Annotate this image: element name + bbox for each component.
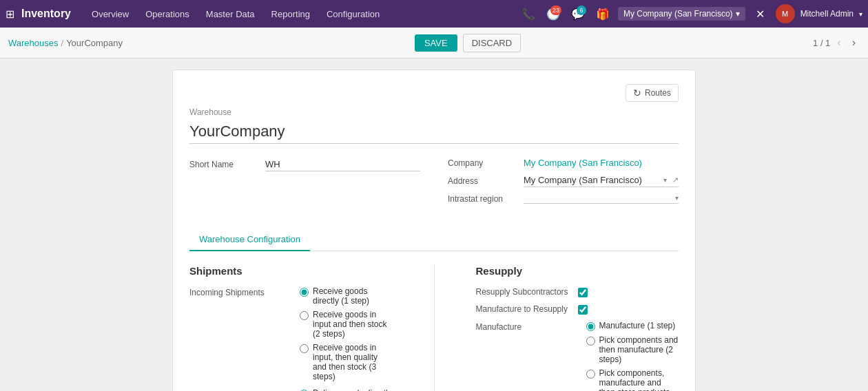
incoming-option-label-2: Receive goods in input, then quality and… <box>313 343 393 381</box>
routes-label: Routes <box>645 88 671 98</box>
address-dropdown-icon[interactable]: ▾ <box>663 176 667 184</box>
short-name-value <box>265 158 420 171</box>
company-selector[interactable]: My Company (San Francisco) ▾ <box>618 7 745 21</box>
company-name: My Company (San Francisco) <box>623 9 733 19</box>
manufacture-options: Manufacture (1 step) Pick components and… <box>586 321 679 391</box>
incoming-option-label-1: Receive goods in input and then stock (2… <box>313 310 393 339</box>
config-section: Shipments Incoming Shipments Receive goo… <box>189 265 679 391</box>
breadcrumb: Warehouses / YourCompany <box>8 38 123 48</box>
manufacture-option-1[interactable]: Pick components and then manufacture (2 … <box>586 335 679 364</box>
manufacture-resupply-checkbox[interactable] <box>578 305 588 315</box>
company-label: Company <box>448 158 524 168</box>
intrastat-dropdown-icon[interactable]: ▾ <box>675 194 679 202</box>
activity-badge: 23 <box>550 6 561 15</box>
form-left-col: Short Name <box>189 158 420 212</box>
nav-reporting[interactable]: Reporting <box>265 6 317 22</box>
breadcrumb-current: YourCompany <box>66 38 123 48</box>
incoming-option-1[interactable]: Receive goods in input and then stock (2… <box>300 310 393 339</box>
resupply-subcontractors-checkbox[interactable] <box>578 288 588 297</box>
close-icon[interactable]: ✕ <box>751 4 770 23</box>
incoming-radio-1[interactable] <box>300 311 309 320</box>
incoming-option-2[interactable]: Receive goods in input, then quality and… <box>300 343 393 381</box>
pagination-prev[interactable]: ‹ <box>833 35 845 50</box>
actionbar: Warehouses / YourCompany SAVE DISCARD 1 … <box>0 28 868 59</box>
intrastat-select-container: ▾ <box>524 194 679 204</box>
form-card-header: ↻ Routes <box>189 84 679 102</box>
action-left: Warehouses / YourCompany <box>8 38 123 48</box>
incoming-option-0[interactable]: Receive goods directly (1 step) <box>300 286 393 306</box>
tab-warehouse-config[interactable]: Warehouse Configuration <box>189 229 310 251</box>
warehouse-label: Warehouse <box>189 107 679 117</box>
grid-icon[interactable]: ⊞ <box>6 8 14 21</box>
routes-button[interactable]: ↻ Routes <box>626 84 679 102</box>
activity-icon[interactable]: 🕐 23 <box>544 4 563 23</box>
gift-icon[interactable]: 🎁 <box>593 4 612 23</box>
action-buttons: SAVE DISCARD <box>415 34 521 52</box>
breadcrumb-parent[interactable]: Warehouses <box>8 38 59 48</box>
routes-icon: ↻ <box>633 87 641 98</box>
manufacture-label: Manufacture <box>476 321 572 391</box>
shipments-col: Shipments Incoming Shipments Receive goo… <box>189 265 393 391</box>
manufacture-radio-2[interactable] <box>586 370 595 379</box>
outgoing-option-label-0: Deliver goods directly (1 step) <box>313 388 393 391</box>
shipments-title: Shipments <box>189 265 393 277</box>
company-value[interactable]: My Company (San Francisco) <box>524 158 642 168</box>
manufacture-resupply-label: Manufacture to Resupply <box>476 304 572 315</box>
incoming-row: Incoming Shipments Receive goods directl… <box>189 286 393 381</box>
outgoing-options: Deliver goods directly (1 step) Send goo… <box>300 388 393 391</box>
chat-badge: 6 <box>577 6 586 15</box>
nav-overview[interactable]: Overview <box>85 6 136 22</box>
section-divider <box>434 265 435 391</box>
incoming-option-label-0: Receive goods directly (1 step) <box>313 286 393 306</box>
topbar-right: 📞 🕐 23 💬 6 🎁 My Company (San Francisco) … <box>519 4 862 23</box>
address-value-container: My Company (San Francisco) ▾ ↗ <box>524 175 679 187</box>
user-name[interactable]: Mitchell Admin <box>800 9 854 19</box>
main-nav: Overview Operations Master Data Reportin… <box>85 6 519 22</box>
nav-master-data[interactable]: Master Data <box>199 6 262 22</box>
chat-icon[interactable]: 💬 6 <box>568 4 588 23</box>
address-field: Address My Company (San Francisco) ▾ ↗ <box>448 175 679 187</box>
outgoing-row: Outgoing Shipments Deliver goods directl… <box>189 388 393 391</box>
topbar: ⊞ Inventory Overview Operations Master D… <box>0 0 868 28</box>
incoming-options: Receive goods directly (1 step) Receive … <box>300 286 393 381</box>
incoming-radio-0[interactable] <box>300 288 309 297</box>
phone-icon[interactable]: 📞 <box>519 4 538 23</box>
form-card: ↻ Routes Warehouse Short Name <box>172 70 696 391</box>
incoming-radio-2[interactable] <box>300 344 309 353</box>
resupply-subcontractors-label: Resupply Subcontractors <box>476 286 572 298</box>
manufacture-radio-0[interactable] <box>586 322 595 331</box>
address-label: Address <box>448 176 524 186</box>
manufacture-option-2[interactable]: Pick components, manufacture and then st… <box>586 368 679 391</box>
brand-title: Inventory <box>21 8 71 20</box>
user-menu-chevron[interactable]: ▾ <box>859 10 862 18</box>
address-value[interactable]: My Company (San Francisco) <box>524 175 663 185</box>
short-name-input[interactable] <box>265 158 420 171</box>
warehouse-name-section: Warehouse <box>189 107 679 144</box>
resupply-subcontractors-row: Resupply Subcontractors <box>476 286 679 298</box>
user-avatar[interactable]: M <box>776 4 795 23</box>
incoming-label: Incoming Shipments <box>189 286 286 381</box>
manufacture-option-label-2: Pick components, manufacture and then st… <box>599 368 679 391</box>
manufacture-option-0[interactable]: Manufacture (1 step) <box>586 321 679 331</box>
discard-button[interactable]: DISCARD <box>463 34 521 52</box>
address-external-link-icon[interactable]: ↗ <box>672 176 679 184</box>
nav-configuration[interactable]: Configuration <box>320 6 386 22</box>
outgoing-option-0[interactable]: Deliver goods directly (1 step) <box>300 388 393 391</box>
short-name-label: Short Name <box>189 160 265 169</box>
company-field: Company My Company (San Francisco) <box>448 158 679 168</box>
intrastat-label: Intrastat region <box>448 194 524 204</box>
manufacture-resupply-row: Manufacture to Resupply <box>476 304 679 315</box>
warehouse-name-input[interactable] <box>189 120 679 144</box>
form-row: Short Name Company My Company (San Franc… <box>189 158 679 212</box>
pagination-next[interactable]: › <box>848 35 860 50</box>
save-button[interactable]: SAVE <box>415 34 457 52</box>
nav-operations[interactable]: Operations <box>138 6 196 22</box>
manufacture-option-label-1: Pick components and then manufacture (2 … <box>599 335 679 364</box>
pagination-area: 1 / 1 ‹ › <box>813 35 860 50</box>
form-right-col: Company My Company (San Francisco) Addre… <box>448 158 679 212</box>
short-name-field: Short Name <box>189 158 420 171</box>
main-content: ↻ Routes Warehouse Short Name <box>0 59 868 391</box>
manufacture-radio-1[interactable] <box>586 337 595 346</box>
tabs: Warehouse Configuration <box>189 229 679 251</box>
resupply-col: Resupply Resupply Subcontractors Manufac… <box>476 265 679 391</box>
